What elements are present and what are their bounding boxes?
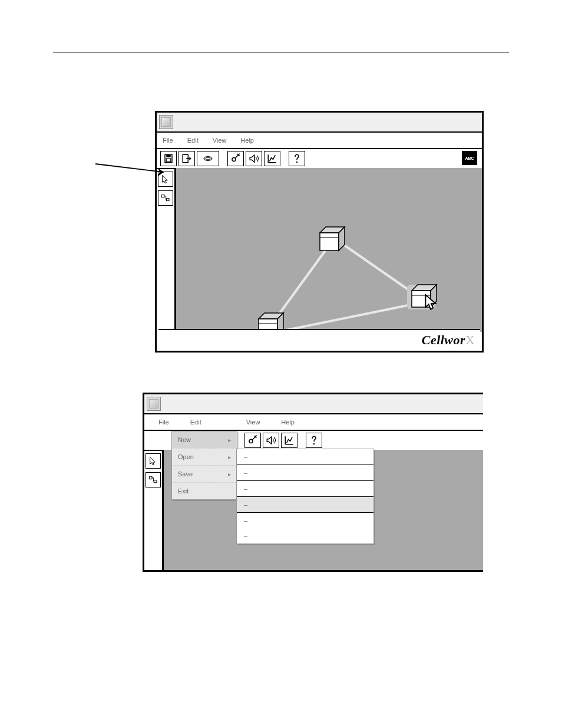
menu-item[interactable]: View (246, 419, 260, 426)
dropdown-menu[interactable]: New▸ Open▸ Save▸ Exit (171, 431, 237, 500)
svg-rect-24 (154, 480, 157, 483)
help-icon[interactable] (306, 433, 322, 448)
callout-arrow (94, 159, 171, 177)
nodes-tool[interactable] (146, 472, 161, 487)
svg-line-20 (95, 164, 164, 172)
menubar[interactable]: File Edit View Help (157, 133, 482, 149)
chevron-right-icon: ▸ (228, 471, 231, 477)
svg-point-5 (206, 157, 210, 160)
window-menu-icon[interactable] (147, 397, 161, 411)
app-window-1: File Edit View Help ABC (155, 111, 484, 353)
chart-icon[interactable] (264, 151, 280, 166)
side-toolbar (157, 168, 176, 332)
svg-line-12 (283, 305, 411, 331)
network-node-selected[interactable] (406, 281, 435, 308)
menu-item-open[interactable]: Open▸ (172, 448, 237, 465)
app-window-2: File Edit View Help New▸ (143, 393, 483, 572)
titlebar[interactable] (144, 394, 483, 414)
svg-point-21 (249, 440, 253, 443)
help-icon[interactable] (289, 151, 305, 166)
submenu-item[interactable]: – (237, 465, 373, 480)
svg-point-22 (313, 443, 315, 444)
svg-rect-1 (166, 154, 171, 157)
ring-icon[interactable] (197, 151, 219, 166)
window-menu-icon[interactable] (159, 115, 173, 129)
menu-item-new[interactable]: New▸ (172, 431, 237, 448)
submenu-item[interactable]: – (237, 481, 373, 496)
svg-rect-9 (166, 199, 169, 201)
key-icon[interactable] (244, 433, 261, 448)
menu-item[interactable]: Edit (187, 137, 199, 144)
svg-point-6 (232, 158, 236, 162)
side-toolbar (144, 450, 164, 571)
chevron-right-icon: ▸ (228, 454, 231, 460)
brand-logo: CellworX (422, 332, 473, 348)
key-icon[interactable] (227, 151, 244, 166)
nodes-tool[interactable] (158, 190, 173, 206)
menu-item[interactable]: View (213, 137, 227, 144)
exit-icon[interactable] (178, 151, 195, 166)
menu-item[interactable]: File (158, 419, 169, 426)
submenu-item[interactable]: – (237, 449, 373, 465)
menu-item[interactable]: Help (240, 137, 254, 144)
network-node[interactable] (316, 226, 346, 253)
vendor-badge: ABC (462, 151, 477, 165)
submenu[interactable]: – – – – – – (236, 449, 374, 544)
submenu-item[interactable]: – (237, 497, 373, 512)
topology-canvas[interactable] (176, 168, 482, 332)
window-footer: CellworX (158, 329, 480, 350)
submenu-item[interactable]: – (237, 528, 373, 543)
pointer-tool[interactable] (146, 453, 161, 469)
menu-item[interactable]: File (163, 137, 173, 144)
svg-rect-13 (320, 233, 339, 251)
chart-icon[interactable] (281, 433, 297, 448)
sound-icon[interactable] (246, 151, 262, 166)
menubar[interactable]: File Edit View Help (144, 414, 483, 431)
cursor-icon (424, 294, 439, 312)
menu-item-save[interactable]: Save▸ (172, 465, 237, 482)
menu-item[interactable]: Help (281, 419, 295, 426)
sound-icon[interactable] (263, 433, 279, 448)
svg-rect-8 (161, 195, 164, 197)
toolbar: ABC (157, 149, 482, 169)
svg-point-7 (296, 162, 297, 163)
titlebar[interactable] (157, 113, 482, 133)
chevron-right-icon: ▸ (228, 437, 231, 443)
menu-item[interactable]: Edit (190, 419, 201, 426)
submenu-item[interactable]: – (237, 513, 373, 528)
svg-rect-23 (149, 477, 152, 479)
page-rule (53, 52, 509, 52)
menu-item-exit[interactable]: Exit (172, 482, 237, 499)
